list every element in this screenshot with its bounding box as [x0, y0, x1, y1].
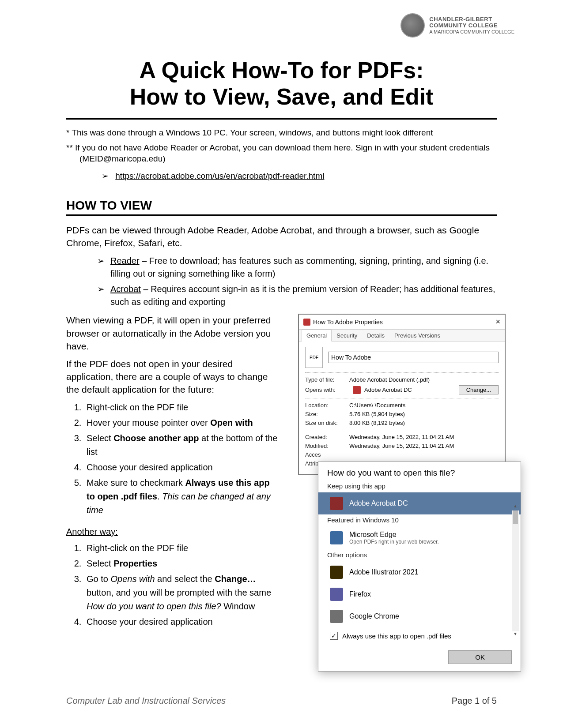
title-line1: A Quick How-To for PDFs:: [139, 57, 423, 83]
change-button[interactable]: Change...: [459, 385, 499, 394]
open-with-dialog: How do you want to open this file? Keep …: [318, 462, 521, 672]
location-label: Location:: [305, 402, 349, 409]
viewer-acrobat: Acrobat – Requires account sign-in as it…: [97, 283, 497, 308]
section-how-to-view-heading: HOW TO VIEW: [66, 199, 497, 213]
type-of-file-value: Adobe Acrobat Document (.pdf): [349, 376, 499, 383]
page-title: A Quick How-To for PDFs: How to View, Sa…: [66, 57, 497, 110]
step-3: Select Choose another app at the bottom …: [84, 432, 278, 459]
tab-security[interactable]: Security: [332, 330, 362, 341]
modified-label: Modified:: [305, 443, 349, 449]
footer-right: Page 1 of 5: [452, 696, 497, 706]
tab-previous-versions[interactable]: Previous Versions: [389, 330, 445, 341]
title-line2: How to View, Save, and Edit: [130, 84, 434, 109]
steps-list-2: Right-click on the PDF file Select Prope…: [84, 541, 278, 629]
two-column-area: When viewing a PDF, it will open in your…: [66, 314, 497, 628]
scroll-down-icon[interactable]: ▼: [512, 631, 519, 638]
open-with-item-acrobat[interactable]: Adobe Acrobat DC: [318, 492, 521, 514]
modified-value: Wednesday, June 15, 2022, 11:04:21 AM: [349, 443, 499, 449]
open-with-item-chrome[interactable]: Google Chrome: [318, 605, 521, 627]
open-with-item-chrome-label: Google Chrome: [349, 612, 399, 620]
filename-input[interactable]: [328, 352, 499, 363]
org-line1: CHANDLER-GILBERT: [429, 16, 514, 23]
ok-button[interactable]: OK: [448, 650, 512, 664]
size-on-disk-label: Size on disk:: [305, 420, 349, 426]
opens-with-value: Adobe Acrobat DC: [364, 387, 412, 393]
note-2b: (MEID@maricopa.edu): [79, 154, 497, 165]
pdf-file-icon: [303, 319, 310, 326]
properties-title-text: How To Adobe Properties: [313, 319, 383, 326]
viewer-reader: Reader – Free to download; has features …: [97, 255, 497, 280]
location-value: C:\Users\ \Documents: [349, 402, 499, 409]
size-on-disk-value: 8.00 KB (8,192 bytes): [349, 420, 499, 426]
paragraph-preferred: When viewing a PDF, it will open in your…: [66, 314, 278, 353]
step2-1: Right-click on the PDF file: [84, 541, 278, 555]
step2-4: Choose your desired application: [84, 615, 278, 629]
open-with-item-firefox-label: Firefox: [349, 590, 371, 598]
tab-details[interactable]: Details: [362, 330, 389, 341]
open-with-item-edge[interactable]: Microsoft Edge Open PDFs right in your w…: [318, 526, 521, 549]
download-link[interactable]: https://acrobat.adobe.com/us/en/acrobat/…: [115, 171, 324, 180]
step-1: Right-click on the PDF file: [84, 401, 278, 414]
size-value: 5.76 KB (5,904 bytes): [349, 411, 499, 417]
step-2: Hover your mouse pointer over Open with: [84, 416, 278, 430]
open-with-item-illustrator-label: Adobe Illustrator 2021: [349, 568, 419, 576]
acrobat-app-icon: [330, 497, 343, 510]
open-with-item-firefox[interactable]: Firefox: [318, 583, 521, 605]
tab-general[interactable]: General: [302, 330, 332, 341]
org-line2: COMMUNITY COLLEGE: [429, 23, 514, 29]
always-use-checkbox-row[interactable]: ✓ Always use this app to open .pdf files: [318, 627, 521, 646]
another-way-heading: Another way:: [66, 527, 278, 537]
org-text: CHANDLER-GILBERT COMMUNITY COLLEGE A MAR…: [429, 16, 514, 34]
illustrator-app-icon: [330, 566, 343, 579]
viewer-reader-label: Reader: [110, 256, 140, 266]
open-with-other: Other options: [318, 549, 521, 561]
scroll-thumb[interactable]: [513, 510, 518, 524]
step2-2: Select Properties: [84, 557, 278, 570]
type-of-file-label: Type of file:: [305, 376, 349, 383]
scroll-up-icon[interactable]: ▲: [512, 503, 519, 510]
edge-app-icon: [330, 531, 343, 544]
title-rule: [66, 118, 497, 120]
open-with-item-edge-sub: Open PDFs right in your web browser.: [349, 539, 439, 545]
scrollbar[interactable]: ▲ ▼: [512, 510, 519, 631]
size-label: Size:: [305, 411, 349, 417]
acrobat-icon: [353, 386, 361, 394]
note-1: * This was done through a Windows 10 PC.…: [66, 128, 497, 139]
chrome-app-icon: [330, 610, 343, 623]
properties-dialog: How To Adobe Properties × General Securi…: [298, 314, 506, 475]
org-header: CHANDLER-GILBERT COMMUNITY COLLEGE A MAR…: [401, 13, 514, 38]
paragraph-default-app: If the PDF does not open in your desired…: [66, 357, 278, 396]
open-with-item-illustrator[interactable]: Adobe Illustrator 2021: [318, 561, 521, 583]
always-use-label: Always use this app to open .pdf files: [342, 632, 451, 640]
steps-list-1: Right-click on the PDF file Hover your m…: [84, 401, 278, 517]
properties-titlebar: How To Adobe Properties ×: [299, 315, 505, 330]
checkbox-icon[interactable]: ✓: [330, 632, 338, 640]
open-with-featured: Featured in Windows 10: [318, 514, 521, 526]
step2-3: Go to Opens with and select the Change… …: [84, 572, 278, 613]
open-with-item-edge-label: Microsoft Edge: [349, 531, 397, 538]
open-with-heading: How do you want to open this file?: [318, 462, 521, 480]
viewer-acrobat-label: Acrobat: [110, 284, 141, 294]
org-logo-icon: [401, 13, 425, 38]
left-column: When viewing a PDF, it will open in your…: [66, 314, 278, 628]
viewer-reader-text: – Free to download; has features such as…: [110, 256, 488, 278]
page-footer: Computer Lab and Instructional Services …: [66, 696, 497, 706]
created-label: Created:: [305, 434, 349, 440]
note-2: ** If you do not have Adobe Reader or Ac…: [66, 143, 497, 164]
open-with-item-acrobat-label: Adobe Acrobat DC: [349, 499, 408, 507]
org-line3: A MARICOPA COMMUNITY COLLEGE: [429, 29, 514, 34]
properties-tabs: General Security Details Previous Versio…: [299, 330, 505, 341]
step-4: Choose your desired application: [84, 461, 278, 474]
close-icon[interactable]: ×: [495, 317, 500, 326]
pdf-big-icon: PDF: [305, 347, 323, 368]
intro-paragraph: PDFs can be viewed through Adobe Reader,…: [66, 224, 497, 250]
open-with-keep: Keep using this app: [318, 480, 521, 492]
created-value: Wednesday, June 15, 2022, 11:04:21 AM: [349, 434, 499, 440]
footer-left: Computer Lab and Instructional Services: [66, 696, 226, 706]
section-rule: [66, 214, 497, 216]
viewer-acrobat-text: – Requires account sign-in as it is the …: [110, 284, 495, 307]
viewer-list: Reader – Free to download; has features …: [97, 255, 497, 308]
download-link-line: https://acrobat.adobe.com/us/en/acrobat/…: [102, 171, 497, 181]
step-5: Make sure to checkmark Always use this a…: [84, 476, 278, 517]
accessed-label: Acces: [305, 451, 349, 458]
